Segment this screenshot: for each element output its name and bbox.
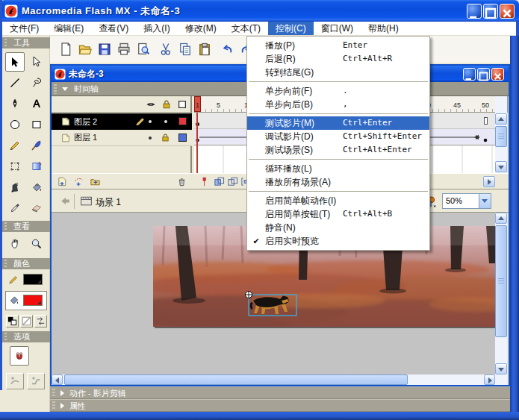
stroke-color-swatch[interactable] bbox=[23, 274, 43, 285]
scroll-thumb[interactable] bbox=[495, 126, 507, 147]
brush-tool[interactable] bbox=[27, 136, 46, 155]
combo-dropdown-button[interactable] bbox=[479, 194, 491, 208]
paint-bucket-tool[interactable] bbox=[27, 178, 46, 197]
options-section-header[interactable]: 选项 bbox=[2, 331, 50, 342]
center-frame-button[interactable] bbox=[198, 175, 211, 188]
properties-panel-header[interactable]: 属性 bbox=[50, 399, 510, 412]
menu-item-enable-live-preview[interactable]: 启用实时预览 bbox=[247, 234, 429, 248]
menu-item-test-scene[interactable]: 测试场景(S)Ctrl+Alt+Enter bbox=[247, 143, 429, 157]
lock-dot[interactable] bbox=[164, 120, 167, 123]
text-tool[interactable] bbox=[27, 94, 46, 113]
menu-control[interactable]: 控制(C) bbox=[268, 22, 314, 35]
add-layer-button[interactable] bbox=[56, 175, 69, 188]
back-arrow-button[interactable] bbox=[58, 195, 71, 207]
onion-skin-outlines-button[interactable] bbox=[226, 175, 239, 188]
snap-to-objects-toggle[interactable] bbox=[10, 346, 29, 366]
menu-item-enable-simple-buttons[interactable]: 启用简单按钮(T)Ctrl+Alt+B bbox=[247, 207, 429, 221]
menu-file[interactable]: 文件(F) bbox=[2, 22, 46, 35]
outline-column-icon[interactable] bbox=[177, 99, 187, 110]
scroll-left-button[interactable] bbox=[52, 374, 63, 385]
copy-icon[interactable] bbox=[177, 41, 193, 57]
scroll-down-button[interactable] bbox=[495, 161, 507, 172]
timeline-vertical-scrollbar[interactable] bbox=[495, 96, 507, 173]
pencil-tool[interactable] bbox=[5, 136, 25, 155]
scroll-up-button[interactable] bbox=[495, 213, 507, 224]
locked-icon[interactable] bbox=[161, 133, 170, 142]
zoom-level-combobox[interactable]: 50% bbox=[442, 193, 491, 209]
scroll-right-button[interactable] bbox=[484, 374, 495, 385]
colors-section-header[interactable]: 颜色 bbox=[2, 258, 50, 269]
hand-tool[interactable] bbox=[5, 234, 25, 254]
selection-tool[interactable] bbox=[5, 52, 25, 72]
undo-icon[interactable] bbox=[219, 41, 235, 57]
menu-view[interactable]: 查看(V) bbox=[91, 22, 136, 35]
app-titlebar[interactable]: Macromedia Flash MX - 未命名-3 bbox=[0, 0, 519, 22]
menu-edit[interactable]: 编辑(E) bbox=[46, 22, 91, 35]
scroll-down-button[interactable] bbox=[495, 363, 507, 374]
close-button[interactable] bbox=[500, 4, 515, 19]
menu-item-rewind[interactable]: 后退(R)Ctrl+Alt+R bbox=[247, 52, 429, 66]
cut-icon[interactable] bbox=[158, 41, 174, 57]
rectangle-tool[interactable] bbox=[27, 115, 46, 134]
menu-item-go-to-end[interactable]: 转到结尾(G) bbox=[247, 66, 429, 79]
menu-item-test-movie[interactable]: 测试影片(M)Ctrl+Enter bbox=[247, 116, 429, 130]
new-document-icon[interactable] bbox=[58, 41, 74, 57]
oval-tool[interactable] bbox=[5, 115, 25, 134]
print-preview-icon[interactable] bbox=[135, 41, 152, 57]
open-icon[interactable] bbox=[77, 41, 93, 57]
visibility-dot[interactable] bbox=[149, 137, 152, 140]
print-icon[interactable] bbox=[116, 41, 132, 57]
subselection-tool[interactable] bbox=[27, 52, 46, 72]
zoom-tool[interactable] bbox=[27, 234, 46, 254]
stage-horizontal-scrollbar[interactable] bbox=[52, 374, 495, 385]
menu-item-mute-sounds[interactable]: 静音(N) bbox=[247, 221, 429, 234]
add-layer-folder-button[interactable] bbox=[89, 175, 102, 188]
layer-outline-color[interactable] bbox=[178, 117, 187, 125]
line-tool[interactable] bbox=[5, 73, 25, 93]
add-motion-guide-button[interactable] bbox=[72, 175, 85, 188]
menu-item-play-all-scenes[interactable]: 播放所有场景(A) bbox=[247, 175, 429, 189]
fill-color-swatch[interactable] bbox=[23, 295, 43, 306]
doc-maximize-button[interactable] bbox=[477, 68, 490, 81]
scroll-thumb[interactable] bbox=[495, 225, 507, 337]
no-color-button[interactable] bbox=[20, 315, 33, 327]
actions-panel-header[interactable]: 动作 - 影片剪辑 bbox=[50, 386, 510, 399]
save-icon[interactable] bbox=[96, 41, 113, 57]
delete-layer-button[interactable] bbox=[175, 175, 188, 188]
layer-row-1[interactable]: 图层 1 bbox=[52, 130, 192, 146]
stage-vertical-scrollbar[interactable] bbox=[495, 213, 507, 374]
menu-modify[interactable]: 修改(M) bbox=[178, 22, 224, 35]
scroll-up-button[interactable] bbox=[495, 113, 507, 125]
menu-item-loop-playback[interactable]: 循环播放(L) bbox=[247, 162, 429, 175]
eraser-tool[interactable] bbox=[27, 198, 46, 218]
eyedropper-tool[interactable] bbox=[5, 198, 25, 218]
doc-minimize-button[interactable] bbox=[463, 68, 476, 81]
view-section-header[interactable]: 查看 bbox=[2, 221, 50, 232]
menu-insert[interactable]: 插入(I) bbox=[136, 22, 177, 35]
fill-transform-tool[interactable] bbox=[27, 157, 46, 176]
free-transform-tool[interactable] bbox=[5, 157, 25, 176]
lasso-tool[interactable] bbox=[27, 73, 46, 93]
tools-section-header[interactable]: 工具 bbox=[2, 37, 50, 48]
layer-outline-color[interactable] bbox=[178, 134, 187, 142]
menu-text[interactable]: 文本(T) bbox=[224, 22, 268, 35]
onion-skin-button[interactable] bbox=[213, 175, 226, 188]
maximize-button[interactable] bbox=[483, 4, 498, 19]
scene-name[interactable]: 场景 1 bbox=[96, 196, 121, 209]
ink-bottle-tool[interactable] bbox=[5, 178, 25, 197]
paste-icon[interactable] bbox=[196, 41, 213, 57]
menu-item-enable-simple-frame-actions[interactable]: 启用简单帧动作(I) bbox=[247, 194, 429, 207]
minimize-button[interactable] bbox=[467, 4, 482, 19]
show-hide-eye-icon[interactable] bbox=[146, 99, 156, 110]
pen-tool[interactable] bbox=[5, 94, 25, 113]
timeline-scroll-right-button[interactable] bbox=[483, 176, 495, 187]
menu-window[interactable]: 窗口(W) bbox=[314, 22, 361, 35]
layer-row-2[interactable]: 图层 2 bbox=[52, 113, 192, 130]
menu-item-debug-movie[interactable]: 调试影片(D)Ctrl+Shift+Enter bbox=[247, 130, 429, 143]
visibility-dot[interactable] bbox=[149, 120, 152, 123]
menu-item-step-backward[interactable]: 单步向后(B), bbox=[247, 98, 429, 111]
lock-column-icon[interactable] bbox=[161, 99, 172, 110]
swap-colors-button[interactable] bbox=[34, 315, 47, 327]
menu-item-step-forward[interactable]: 单步向前(F). bbox=[247, 84, 429, 98]
menu-help[interactable]: 帮助(H) bbox=[361, 22, 406, 35]
